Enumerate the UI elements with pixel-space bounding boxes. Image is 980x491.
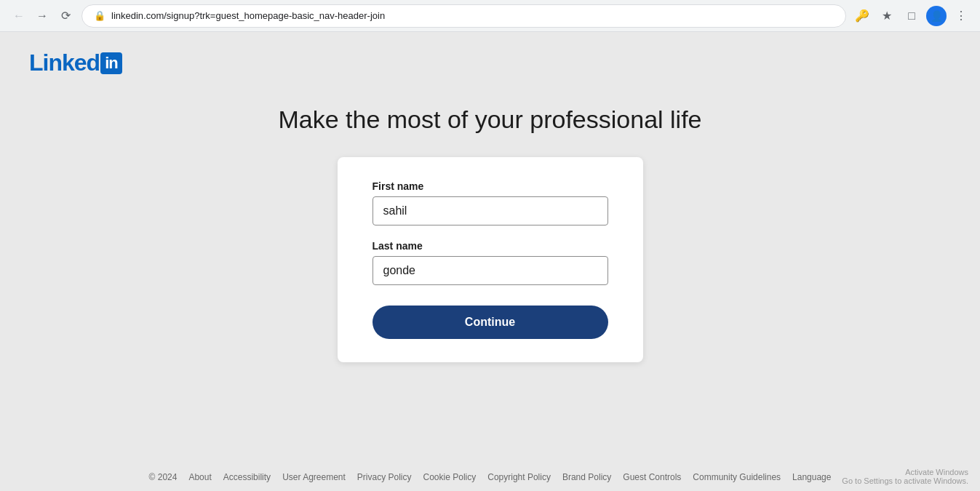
first-name-label: First name (373, 180, 608, 192)
linkedin-logo: Linked in (29, 49, 122, 76)
footer-link-accessibility[interactable]: Accessibility (223, 472, 271, 482)
extension-icon[interactable]: □ (901, 6, 922, 26)
browser-nav: ← → ⟳ (9, 6, 76, 26)
bookmark-icon[interactable]: ★ (877, 6, 897, 26)
password-icon[interactable]: 🔑 (852, 6, 872, 26)
profile-icon[interactable]: 👤 (926, 6, 947, 26)
footer-link-guest-controls[interactable]: Guest Controls (623, 472, 681, 482)
reload-button[interactable]: ⟳ (55, 6, 76, 26)
browser-toolbar: ← → ⟳ 🔒 linkedin.com/signup?trk=guest_ho… (0, 0, 980, 32)
first-name-group: First name (373, 180, 608, 225)
browser-actions: 🔑 ★ □ 👤 ⋮ (852, 6, 971, 26)
page-headline: Make the most of your professional life (278, 105, 701, 134)
windows-activation-line1: Activate Windows (842, 468, 968, 476)
copyright: © 2024 (149, 472, 178, 482)
logo-box: in (100, 52, 122, 74)
windows-activation: Activate Windows Go to Settings to activ… (842, 468, 968, 485)
main-area: Make the most of your professional life … (29, 105, 951, 446)
back-button[interactable]: ← (9, 6, 29, 26)
forward-button[interactable]: → (32, 6, 52, 26)
logo-text: Linked (29, 49, 100, 76)
last-name-label: Last name (373, 240, 608, 252)
lock-icon: 🔒 (94, 10, 105, 21)
footer: © 2024 About Accessibility User Agreemen… (0, 463, 980, 491)
continue-button[interactable]: Continue (373, 306, 608, 339)
page-content: Linked in Make the most of your professi… (0, 32, 980, 463)
footer-link-community-guidelines[interactable]: Community Guidelines (693, 472, 781, 482)
signup-card: First name Last name Continue (338, 157, 643, 362)
url-text: linkedin.com/signup?trk=guest_homepage-b… (111, 10, 834, 21)
footer-link-language[interactable]: Language (792, 472, 831, 482)
menu-icon[interactable]: ⋮ (951, 6, 971, 26)
footer-link-brand-policy[interactable]: Brand Policy (562, 472, 611, 482)
footer-link-about[interactable]: About (188, 472, 211, 482)
logo-container: Linked in (29, 49, 122, 76)
last-name-group: Last name (373, 240, 608, 285)
address-bar[interactable]: 🔒 linkedin.com/signup?trk=guest_homepage… (81, 4, 846, 28)
windows-activation-line2: Go to Settings to activate Windows. (842, 476, 968, 485)
footer-link-cookie-policy[interactable]: Cookie Policy (423, 472, 477, 482)
last-name-input[interactable] (373, 256, 608, 285)
footer-link-copyright-policy[interactable]: Copyright Policy (487, 472, 551, 482)
footer-link-privacy-policy[interactable]: Privacy Policy (357, 472, 412, 482)
footer-link-user-agreement[interactable]: User Agreement (282, 472, 346, 482)
first-name-input[interactable] (373, 196, 608, 225)
